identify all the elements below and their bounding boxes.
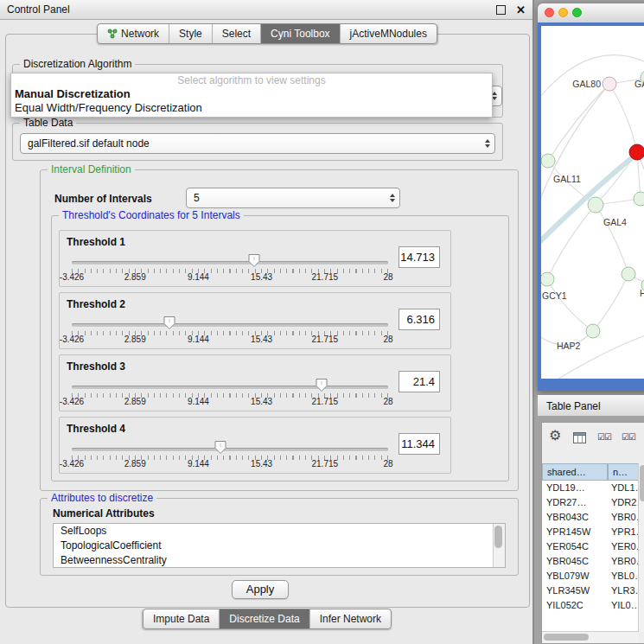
tab-network[interactable]: Network — [98, 24, 169, 43]
threshold-panel-2: Threshold 2-3.4262.8599.14415.4321.71528… — [59, 292, 451, 349]
threshold-label: Threshold 1 — [67, 236, 125, 248]
slider-track[interactable] — [72, 448, 388, 451]
apply-button[interactable]: Apply — [232, 580, 289, 599]
select-columns-icon[interactable]: ☑☑ — [597, 432, 611, 442]
tab-jactivemnodules[interactable]: jActiveMNodules — [340, 24, 437, 43]
network-nodes[interactable]: GAL80GAGAL11GAL4GCY1HHAP2 — [541, 70, 644, 351]
scrollbar-thumb[interactable] — [640, 465, 644, 501]
table-data-group: Table Data galFiltered.sif default node — [12, 123, 503, 161]
network-node-gcy1[interactable] — [541, 272, 554, 286]
tab-select[interactable]: Select — [212, 24, 260, 43]
table-panel-header: Table Panel — [538, 394, 644, 417]
scale-label: 15.43 — [251, 397, 272, 406]
close-icon[interactable]: ✕ — [516, 3, 526, 16]
table-columns-icon[interactable] — [573, 431, 586, 447]
slider-track[interactable] — [72, 261, 388, 265]
table-row[interactable]: YBL079WYBL0… — [542, 569, 632, 583]
network-node[interactable] — [622, 267, 635, 281]
slider-scale: -3.4262.8599.14415.4321.71528 — [72, 459, 388, 469]
network-node-gal11[interactable] — [541, 154, 555, 168]
node-label: GAL4 — [603, 217, 627, 227]
scale-label: 21.715 — [312, 272, 339, 282]
attribute-item-topologicalcoefficient[interactable]: TopologicalCoefficient — [54, 539, 505, 553]
table-row[interactable]: YDL19…YDL1… — [542, 481, 632, 495]
scale-label: 28 — [383, 459, 392, 469]
network-icon — [107, 29, 118, 39]
scale-label: -3.426 — [60, 335, 84, 344]
gear-icon[interactable]: ⚙ — [549, 429, 561, 443]
float-window-icon[interactable] — [496, 5, 506, 15]
algorithm-option-manual[interactable]: Manual Discretization — [11, 87, 492, 101]
tab-impute-data[interactable]: Impute Data — [143, 609, 219, 628]
table-row[interactable]: YDR27…YDR2… — [542, 495, 632, 510]
attribute-item-selfloops[interactable]: SelfLoops — [54, 524, 505, 539]
scale-label: 21.715 — [312, 459, 339, 469]
network-window-titlebar — [538, 3, 644, 23]
cell-shared-name: YBR043C — [546, 510, 589, 525]
cell-shared-name: YLR345W — [546, 583, 590, 598]
node-label: H — [640, 288, 644, 298]
zoom-traffic-light[interactable] — [572, 8, 582, 17]
threshold-value-field[interactable]: 11.344 — [399, 433, 440, 455]
column-header-name[interactable]: n… — [608, 463, 642, 481]
algorithm-group-label: Discretization Algorithm — [20, 58, 135, 70]
minimize-traffic-light[interactable] — [558, 8, 568, 17]
attributes-scrollbar[interactable] — [493, 524, 505, 567]
close-traffic-light[interactable] — [545, 8, 554, 17]
network-node-gal4[interactable] — [588, 197, 603, 213]
scrollbar-thumb[interactable] — [494, 526, 502, 548]
network-canvas[interactable]: GAL80GAGAL11GAL4GCY1HHAP2 — [541, 26, 644, 379]
algorithm-option-equal-width[interactable]: Equal Width/Frequency Discretization — [11, 101, 492, 115]
scale-label: -3.426 — [60, 397, 84, 406]
table-row[interactable]: YPR145WYPR1… — [542, 525, 632, 539]
attributes-list[interactable]: SelfLoopsTopologicalCoefficientBetweenne… — [53, 523, 506, 568]
threshold-label: Threshold 2 — [67, 298, 125, 310]
cell-shared-name: YBL079W — [546, 569, 590, 583]
threshold-value-field[interactable]: 6.316 — [399, 309, 440, 330]
scale-label: 9.144 — [188, 272, 209, 282]
table-row[interactable]: YBR043CYBR0… — [542, 510, 632, 525]
slider-thumb[interactable] — [214, 440, 227, 455]
scale-label: 2.859 — [124, 397, 146, 406]
threshold-value-field[interactable]: 14.713 — [399, 246, 440, 268]
tab-style[interactable]: Style — [169, 24, 212, 43]
thresholds-group-label: Threshold's Coordinates for 5 Intervals — [59, 209, 244, 221]
scale-label: 2.859 — [124, 459, 146, 469]
network-node-gal80[interactable] — [603, 77, 616, 91]
scrollbar-thumb[interactable] — [544, 634, 589, 641]
scale-label: 15.43 — [251, 459, 272, 469]
network-node-hap2[interactable] — [586, 324, 600, 338]
table-row[interactable]: YER054CYER0… — [542, 539, 632, 554]
cell-shared-name: YDL19… — [546, 481, 585, 495]
number-of-intervals-label: Number of Intervals — [54, 193, 152, 205]
cell-shared-name: YIL052C — [546, 598, 583, 613]
table-row[interactable]: YIL052CYIL0… — [542, 598, 632, 613]
interval-definition-group: Interval Definition Number of Intervals … — [40, 169, 519, 491]
table-row[interactable]: YLR345WYLR3… — [542, 583, 632, 598]
table-data-combo[interactable]: galFiltered.sif default node — [20, 133, 495, 154]
slider-thumb[interactable] — [163, 316, 176, 330]
slider-thumb[interactable] — [248, 253, 261, 268]
network-node[interactable] — [629, 144, 644, 160]
table-vertical-scrollbar[interactable] — [638, 463, 644, 632]
scale-label: 21.715 — [312, 335, 339, 344]
threshold-value-field[interactable]: 21.4 — [399, 371, 440, 392]
attribute-item-betweennesscentrality[interactable]: BetweennessCentrality — [54, 553, 505, 568]
tab-infer-network[interactable]: Infer Network — [309, 609, 391, 628]
tab-discretize-data[interactable]: Discretize Data — [219, 609, 309, 628]
attributes-group: Attributes to discretize Numerical Attri… — [40, 498, 519, 576]
slider-track[interactable] — [72, 386, 388, 389]
slider-scale: -3.4262.8599.14415.4321.71528 — [72, 397, 388, 406]
slider-thumb[interactable] — [316, 378, 328, 392]
table-horizontal-scrollbar[interactable] — [542, 631, 639, 643]
tab-cyni-toolbox[interactable]: Cyni Toolbox — [260, 24, 339, 43]
table-row[interactable]: YBR045CYBR0… — [542, 554, 632, 569]
scale-label: 9.144 — [188, 459, 209, 469]
thresholds-group: Threshold's Coordinates for 5 Intervals … — [51, 215, 509, 481]
network-node[interactable] — [634, 192, 644, 206]
number-of-intervals-combo[interactable]: 5 — [186, 188, 400, 208]
select-rows-icon[interactable]: ☑☑ — [622, 432, 635, 442]
algorithm-dropdown-popup: Select algorithm to view settings Manual… — [10, 73, 493, 118]
slider-track[interactable] — [72, 323, 388, 327]
column-header-shared-name[interactable]: shared… — [542, 463, 608, 481]
